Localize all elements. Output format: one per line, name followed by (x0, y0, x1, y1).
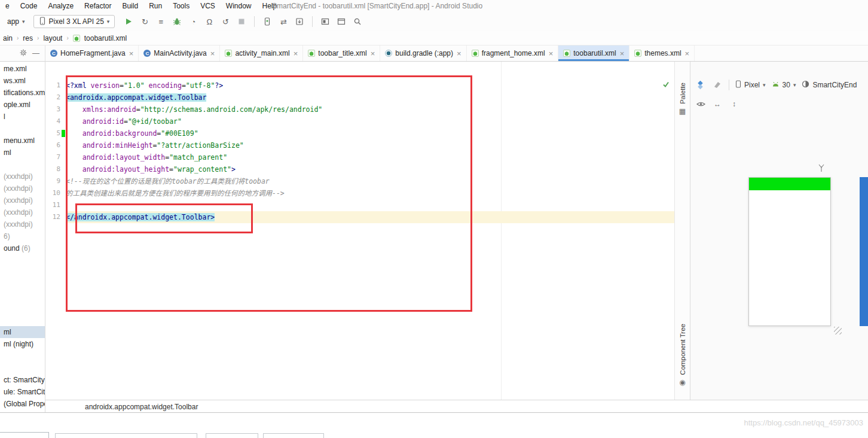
line-number[interactable]: 1 (45, 80, 66, 92)
theme-dropdown[interactable]: SmartCityEnd (802, 80, 857, 90)
tab-close-icon[interactable]: × (371, 49, 375, 58)
line-number[interactable]: 4 (45, 115, 66, 127)
project-tree-item[interactable]: (xxxhdpi) (0, 206, 45, 218)
code-line[interactable]: 8 android:layout_height="wrap_content"> (45, 163, 674, 175)
project-tree-item[interactable] (0, 290, 45, 302)
code-line[interactable]: 3 xmlns:android="http://schemas.android.… (45, 104, 674, 115)
code-line[interactable]: 12</androidx.appcompat.widget.Toolbar> (45, 211, 674, 223)
sdk-manager-icon[interactable] (294, 16, 305, 27)
editor-tab[interactable]: fragment_home.xml× (467, 45, 559, 61)
layout-preview[interactable] (748, 177, 831, 326)
project-tree-item[interactable] (0, 159, 45, 171)
apply-changes-icon[interactable]: ↺ (220, 16, 231, 27)
menu-item-tools[interactable]: Tools (167, 2, 195, 10)
project-tree-item[interactable]: ct: SmartCityE (0, 374, 45, 386)
breadcrumb-item[interactable]: res (23, 34, 33, 42)
tab-close-icon[interactable]: × (457, 49, 461, 58)
tab-close-icon[interactable]: × (129, 49, 134, 58)
project-tree-item[interactable] (0, 314, 45, 326)
project-tree-item[interactable] (0, 302, 45, 314)
code-line[interactable]: 5 android:background="#00E109" (45, 127, 674, 139)
blueprint-mode-icon[interactable] (712, 80, 723, 90)
tab-close-icon[interactable]: × (685, 49, 690, 58)
gradle-sync-icon[interactable]: ⇄ (278, 16, 289, 27)
project-tree-item[interactable]: ml (0, 147, 45, 159)
line-number[interactable]: 2 (45, 92, 66, 104)
component-tree-tab[interactable]: Component Tree ◉ (675, 324, 690, 387)
stop-icon[interactable] (236, 16, 247, 27)
view-options-eye-icon[interactable] (695, 99, 706, 110)
run-tasks-icon[interactable]: ≡ (155, 16, 166, 27)
menu-item-analyze[interactable]: Analyze (42, 2, 79, 10)
editor-tab[interactable]: activity_main.xml× (220, 45, 303, 61)
code-line[interactable]: 11 (45, 199, 674, 211)
project-tree-item[interactable]: menu.xml (0, 135, 45, 147)
project-tree-item[interactable]: (xxxhdpi) (0, 194, 45, 206)
color-preview-chip[interactable] (62, 130, 65, 137)
menu-item-run[interactable]: Run (143, 2, 167, 10)
editor-tab[interactable]: toobarutil.xml× (558, 45, 629, 61)
tab-close-icon[interactable]: × (620, 49, 625, 58)
orientation-icon[interactable]: ↔ (712, 99, 723, 110)
project-tree-item[interactable] (0, 254, 45, 266)
project-tree-item[interactable] (0, 362, 45, 374)
code-line[interactable]: 10的工具类创建出来后就是方便在我们的程序要用到的任何的地方调用--> (45, 187, 674, 199)
project-tree-item[interactable]: (Global Prope (0, 398, 45, 410)
project-tree-item[interactable]: ound (6) (0, 242, 45, 254)
debug-icon[interactable] (172, 16, 182, 27)
editor-tab[interactable]: themes.xml× (629, 45, 695, 61)
code-line[interactable]: 4 android:id="@+id/toobar" (45, 115, 674, 127)
editor-tab[interactable]: build.gradle (:app)× (380, 45, 466, 61)
project-tree-item[interactable]: (xxxhdpi) (0, 171, 45, 182)
project-tree-item[interactable] (0, 350, 45, 362)
collapse-all-icon[interactable]: — (32, 49, 39, 57)
menu-item-refactor[interactable]: Refactor (79, 2, 117, 10)
project-tree-item[interactable]: ople.xml (0, 99, 45, 111)
attach-debugger-icon[interactable]: Ω (204, 16, 215, 27)
device-manager-icon[interactable] (262, 16, 273, 27)
editor-tab[interactable]: toobar_title.xml× (303, 45, 380, 61)
tab-close-icon[interactable]: × (210, 49, 215, 58)
inspection-ok-icon[interactable] (662, 81, 670, 90)
editor-breadcrumb[interactable]: androidx.appcompat.widget.Toolbar (85, 403, 198, 411)
project-tree-item[interactable]: (xxxhdpi) (0, 218, 45, 230)
resize-mode-icon[interactable]: ↕ (729, 99, 739, 110)
line-number[interactable]: 6 (45, 139, 66, 151)
code-line[interactable]: 9<!--现在的这个位置的话是我们的toobar的工具类我们将toobar (45, 175, 674, 187)
line-number[interactable]: 11 (45, 199, 66, 211)
preview-toolbar[interactable] (749, 178, 830, 190)
project-tree-item[interactable] (0, 278, 45, 290)
code-line[interactable]: 1<?xml version="1.0" encoding="utf-8"?> (45, 80, 674, 92)
project-tree-item[interactable]: (xxxhdpi) (0, 182, 45, 194)
project-tree-item[interactable]: ml (0, 326, 45, 338)
breadcrumb-item[interactable]: toobarutil.xml (84, 34, 127, 42)
palette-tab[interactable]: Palette ▦ (675, 83, 690, 115)
project-tree-item[interactable]: 6) (0, 230, 45, 242)
run-config-dropdown[interactable]: app ▾ (0, 17, 27, 26)
api-level-dropdown[interactable]: 30 ▾ (772, 81, 796, 90)
editor-tab[interactable]: CMainActivity.java× (139, 45, 220, 61)
preview-device-dropdown[interactable]: Pixel ▾ (735, 80, 766, 90)
project-tree-item[interactable] (0, 123, 45, 135)
run-icon[interactable] (123, 16, 134, 27)
line-number[interactable]: 9 (45, 175, 66, 187)
editor-tab[interactable]: CHomeFragment.java× (45, 45, 139, 61)
project-tree-item[interactable]: ml (night) (0, 338, 45, 350)
tab-close-icon[interactable]: × (549, 49, 554, 58)
project-tree-item[interactable]: ws.xml (0, 75, 45, 87)
line-number[interactable]: 7 (45, 151, 66, 163)
project-tree-item[interactable]: l (0, 111, 45, 123)
menu-item-e[interactable]: e (0, 2, 15, 10)
device-dropdown[interactable]: Pixel 3 XL API 25 ▾ (33, 15, 115, 28)
breadcrumb-item[interactable]: layout (43, 34, 62, 42)
tab-close-icon[interactable]: × (294, 49, 298, 58)
settings-gear-icon[interactable] (20, 49, 27, 58)
menu-item-window[interactable]: Window (221, 2, 257, 10)
layout-inspector-icon[interactable] (320, 16, 331, 27)
window-icon[interactable] (336, 16, 347, 27)
project-tree-item[interactable]: ule: SmartCity (0, 386, 45, 398)
code-line[interactable]: 6 android:minHeight="?attr/actionBarSize… (45, 139, 674, 151)
preview-resize-handle[interactable] (834, 327, 842, 334)
menu-item-code[interactable]: Code (15, 2, 43, 10)
profiler-icon[interactable]: ◔ (188, 16, 198, 27)
